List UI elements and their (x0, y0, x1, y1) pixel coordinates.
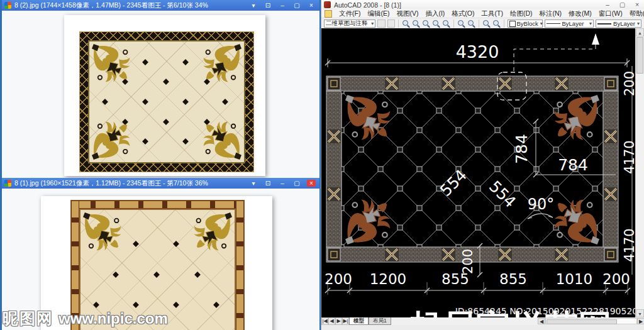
tile2-border-top (71, 201, 244, 209)
tile-dot (142, 99, 148, 105)
minimize-icon[interactable]: – (606, 1, 609, 8)
horizontal-scroll-thumb[interactable] (547, 319, 617, 324)
dim-bottom-855b: 855 (499, 271, 527, 287)
horizontal-scroll-track[interactable] (545, 318, 637, 324)
autocad-title: AutoCAD 2008 - [8 (1)] (334, 1, 602, 9)
tile-dot (194, 272, 201, 278)
minimize-icon[interactable]: – (278, 2, 287, 9)
nipic-url: www.nipic.com (58, 310, 168, 327)
viewer1-titlebar[interactable]: 8 (2).jpg (1744×1458像素，1.47MB) - 2345看图王… (2, 0, 319, 11)
dim-angle-90: 90° (528, 195, 555, 213)
zoom-previous-icon[interactable] (412, 19, 420, 28)
dim-right-200: 200 (622, 71, 636, 96)
zoom-window-icon[interactable] (422, 19, 430, 28)
menu-draw[interactable]: 绘图(D) (510, 9, 533, 18)
zoom-in-icon[interactable] (457, 19, 465, 28)
workspace-settings-button[interactable] (377, 19, 385, 28)
color-swatch-icon (509, 21, 516, 27)
lineweight-dropdown[interactable]: ByLayer ▾ (596, 19, 641, 28)
linetype-dropdown[interactable]: ByLayer ▾ (545, 19, 594, 28)
zoom-extents-icon[interactable] (492, 19, 501, 28)
zoom-scale-icon[interactable] (442, 19, 450, 28)
menu-tools[interactable]: 工具(T) (482, 9, 503, 18)
tab-first-button[interactable]: |◀ (321, 317, 328, 325)
vertical-scrollbar[interactable]: ▲ ▼ (635, 28, 644, 317)
tile-dot (133, 302, 139, 308)
autocad-bottombar: |◀ ◀ ▶ ▶| 模型 布局1 ◀ ▶ (321, 317, 644, 325)
minimize-icon[interactable]: – (278, 180, 287, 187)
dim-bottom-200b: 200 (602, 271, 630, 287)
workspace-save-button[interactable] (387, 19, 395, 28)
dim-bottom-1010: 1010 (556, 271, 593, 287)
viewer-window-1: 8 (2).jpg (1744×1458像素，1.47MB) - 2345看图王… (0, 0, 321, 178)
viewer1-canvas[interactable] (2, 11, 319, 178)
dim-bottom-855a: 855 (441, 271, 469, 287)
menu-format[interactable]: 格式(O) (452, 9, 474, 18)
chevron-down-icon: ▾ (540, 21, 543, 26)
autocad-titlebar[interactable]: AutoCAD 2008 - [8 (1)] – ▢ × (321, 0, 644, 9)
menu-dimension[interactable]: 标注(N) (540, 9, 562, 18)
tile1-border (79, 31, 254, 172)
tab-model[interactable]: 模型 (349, 317, 369, 325)
scroll-right-icon[interactable]: ▶ (637, 318, 644, 324)
menu-edit[interactable]: 编辑(E) (367, 9, 389, 18)
close-icon[interactable]: × (635, 1, 639, 8)
autocad-drawing-area[interactable]: 4320 784 784 554 554 90° 200 (321, 28, 636, 317)
tile-dot (223, 99, 229, 105)
maximize-icon[interactable]: ▢ (619, 1, 625, 8)
zoom-dynamic-icon[interactable] (432, 19, 440, 28)
tile-dot (113, 272, 119, 278)
vertical-scroll-thumb[interactable] (636, 37, 643, 74)
menu-window[interactable]: 窗口(W) (599, 9, 623, 18)
maximize-icon[interactable]: ▢ (292, 180, 301, 187)
tile-dot (173, 302, 179, 308)
close-icon[interactable]: × (307, 180, 316, 187)
viewer-window-2: 8 (1).jpg (1960×1521像素，1.12MB) - 2345看图王… (0, 178, 321, 330)
menu-view[interactable]: 视图(V) (396, 9, 418, 18)
tile-dot (153, 272, 160, 278)
menu-arrow-icon[interactable]: ▾ (249, 180, 258, 187)
fullscreen-icon[interactable]: ⊡ (264, 180, 272, 187)
tab-layout1[interactable]: 布局1 (369, 317, 391, 325)
corner-flourish-icon (196, 44, 242, 89)
tile-dot (173, 241, 179, 247)
close-icon[interactable]: × (307, 2, 316, 9)
menu-arrow-icon[interactable]: ▾ (249, 2, 258, 9)
maximize-icon[interactable]: ▢ (292, 2, 301, 9)
tile-dot (182, 99, 189, 105)
tile-dot (182, 138, 189, 145)
scroll-left-icon[interactable]: ◀ (538, 318, 545, 324)
color-dropdown[interactable]: ByBlock ▾ (508, 19, 543, 28)
toolbar-separator (504, 19, 504, 28)
toolbar-separator (398, 19, 399, 28)
tile-dot (213, 302, 219, 308)
cad-drawing: 4320 784 784 554 554 90° 200 (321, 28, 636, 317)
dim-bottom-1200: 1200 (370, 271, 407, 287)
viewer2-titlebar[interactable]: 8 (1).jpg (1960×1521像素，1.12MB) - 2345看图王… (2, 178, 319, 189)
fullscreen-icon[interactable]: ⊡ (264, 2, 272, 9)
tile1-field (88, 40, 245, 163)
tile-dot (93, 302, 99, 308)
menu-modify[interactable]: 修改(M) (569, 9, 592, 18)
tile-dot (163, 119, 169, 125)
viewer2-title: 8 (1).jpg (1960×1521像素，1.12MB) - 2345看图王… (14, 179, 246, 188)
tab-last-button[interactable]: ▶| (342, 317, 349, 325)
lineweight-sample-icon (597, 23, 611, 25)
dim-4320: 4320 (456, 42, 499, 62)
document-icon[interactable] (325, 10, 332, 18)
tile-dot (182, 59, 189, 65)
menu-file[interactable]: 文件(F) (339, 9, 360, 18)
scroll-up-icon[interactable]: ▲ (636, 28, 644, 36)
zoom-realtime-icon[interactable] (402, 19, 410, 28)
corner-flourish-icon (92, 114, 137, 160)
menu-help[interactable]: 帮助(H) (630, 9, 644, 18)
zoom-out-icon[interactable] (467, 19, 475, 28)
dim-784-horizontal: 784 (558, 156, 588, 174)
horizontal-scrollbar[interactable]: ◀ ▶ (538, 318, 644, 325)
tab-prev-button[interactable]: ◀ (328, 317, 335, 325)
workspace-dropdown[interactable]: 二维草图与注释 ▾ (324, 19, 375, 28)
menu-insert[interactable]: 插入(I) (425, 9, 445, 18)
tab-next-button[interactable]: ▶ (335, 317, 342, 325)
scroll-down-icon[interactable]: ▼ (636, 309, 644, 317)
zoom-all-icon[interactable] (482, 19, 491, 28)
